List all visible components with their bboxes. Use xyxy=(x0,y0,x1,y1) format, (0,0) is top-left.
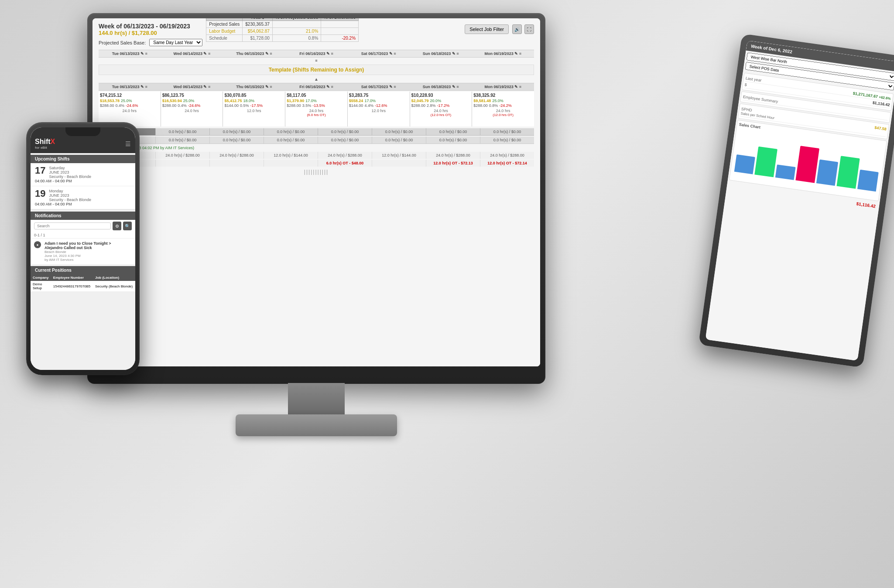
day0-budget: $288.00 0.4% -24.6% xyxy=(100,103,159,108)
pos-empnum: 15492448631797070B5 xyxy=(51,281,93,292)
positions-row-0: DemoSetup 15492448631797070B5 Security (… xyxy=(31,281,135,292)
notifications-section: Notifications ⚙ 🔍 0-1 / 1 ● Adam I need … xyxy=(31,212,135,264)
monitor-screen: Week of 06/13/2023 - 06/19/2023 144.0 hr… xyxy=(92,18,540,366)
tablet-emp-label: Employee Summary xyxy=(743,95,778,104)
notif-item-0: ● Adam I need you to Close Tonight > Ale… xyxy=(31,238,135,264)
projected-sales-row: Projected Sales Base: Same Day Last Year… xyxy=(99,39,534,46)
ot-cell-5: 12.0 hr(s) OT - $72.13 xyxy=(426,160,480,167)
fullscreen-icon[interactable]: ⛶ xyxy=(524,24,534,34)
hours-budget: 144.0 hr(s) / $1,728.00 xyxy=(99,30,190,36)
ot-row: 6.0 hr(s) OT - $48.00 12.0 hr(s) OT - $7… xyxy=(99,160,534,167)
shift0-month: JUNE 2023 xyxy=(35,170,131,174)
labor-pct: 21.0% xyxy=(272,28,321,35)
totals-cell-2: 12.0 hr(s) / $144.00 xyxy=(264,152,318,159)
template-banner: Template (Shifts Remaining to Assign) xyxy=(99,65,534,75)
day5-budget: $288.00 2.8% -17.2% xyxy=(411,103,471,108)
phone-wrapper: ShiftX for eBit ☰ Upcoming Shifts 17 Sat… xyxy=(26,122,140,375)
pos-header-job: Job (Location) xyxy=(93,274,135,281)
days-subheader: Tue 06/13/2023 ✎ ≡ Wed 06/14/2023 ✎ ≡ Th… xyxy=(99,83,534,91)
bar-6 xyxy=(857,170,878,192)
day6-sales: $38,325.92 xyxy=(473,93,533,98)
monitor-stand-neck xyxy=(288,383,345,418)
shift1-info: Monday JUNE 2023 Security - Beach Blonde… xyxy=(35,189,131,206)
notif-location: Beach Blonde xyxy=(45,250,111,254)
notif-details: Adam I need you to Close Tonight > Aleja… xyxy=(45,241,111,262)
day2-labor: $5,412.75 18.0% xyxy=(224,99,284,103)
group-cell-0-5: 0.0 hr(s) / $0.00 xyxy=(426,128,480,135)
schedule-grid: $74,215.12 $18,553.78 25.0% $288.00 0.4%… xyxy=(99,92,534,126)
totals-cell-3: 24.0 hr(s) / $288.00 xyxy=(318,152,372,159)
hamburger-icon[interactable]: ☰ xyxy=(125,140,131,147)
day-sub-5: Sun 06/18/2023 ✎ ≡ xyxy=(410,85,472,89)
published-note: (Published on 06/14/23 04:02 PM by AIM I… xyxy=(99,145,534,151)
group-cell-0-6: 0.0 hr(s) / $0.00 xyxy=(480,128,534,135)
monitor-wrapper: Week of 06/13/2023 - 06/19/2023 144.0 hr… xyxy=(87,13,545,441)
screen-icons: 🔊 ⛶ xyxy=(512,24,534,34)
day-header-4: Sat 06/17/2023 ✎ ≡ xyxy=(347,51,410,56)
shift1-day: Monday xyxy=(35,189,131,193)
shift1-time: 04:00 AM - 04:00 PM xyxy=(35,202,131,206)
bar-2 xyxy=(775,164,796,180)
schedule-pct: 0.8% xyxy=(272,35,321,42)
pos-company: DemoSetup xyxy=(31,281,51,292)
notif-item-content: ● Adam I need you to Close Tonight > Ale… xyxy=(34,241,132,262)
day3-hrs: 24.0 hrs xyxy=(287,109,346,113)
speaker-icon[interactable]: 🔊 xyxy=(512,24,522,34)
pos-header-empnum: Employee Number xyxy=(51,274,93,281)
positions-section: Current Positions Company Employee Numbe… xyxy=(31,266,135,292)
positions-title: Current Positions xyxy=(31,266,135,274)
proj-sales-pct xyxy=(272,21,321,28)
day3-labor: $1,379.90 17.0% xyxy=(287,99,346,103)
mini-bar-chart xyxy=(733,128,884,192)
budget-row-schedule: Schedule $1,728.00 0.8% -20.2% xyxy=(206,35,359,42)
projected-sales-label: Projected Sales Base: xyxy=(99,40,146,45)
day-cell-5: $10,228.93 $2,045.79 20.0% $288.00 2.8% … xyxy=(410,92,472,126)
day0-sales: $74,215.12 xyxy=(100,93,159,98)
day4-sales: $3,283.75 xyxy=(349,93,408,98)
day-sub-2: Thu 06/15/2023 ✎ ≡ xyxy=(223,85,285,89)
bar-5 xyxy=(837,156,860,188)
day1-hrs: 24.0 hrs xyxy=(162,109,222,113)
notifications-search-input[interactable] xyxy=(34,222,111,229)
phone-screen: ShiftX for eBit ☰ Upcoming Shifts 17 Sat… xyxy=(31,127,135,370)
projected-sales-dropdown[interactable]: Same Day Last Year xyxy=(149,39,202,46)
day-sub-3: Fri 06/16/2023 ✎ ≡ xyxy=(285,85,348,89)
day3-sales: $8,117.05 xyxy=(287,93,346,98)
budget-table: Total $ % of Projected Sales % of Differ… xyxy=(206,18,359,42)
phone-notch xyxy=(65,127,100,136)
week-label: Week of 06/13/2023 - 06/19/2023 xyxy=(99,23,190,30)
day3-ot: (6.0 hrs OT) xyxy=(287,113,346,117)
group-row-0: 'roup' 0.0 hr(s) / $0.00 0.0 hr(s) / $0.… xyxy=(99,128,534,136)
collapse-arrow[interactable]: ▲ xyxy=(99,77,534,82)
positions-table: Company Employee Number Job (Location) D… xyxy=(31,274,135,292)
day4-hrs: 12.0 hrs xyxy=(349,109,408,113)
day-cell-2: $30,070.85 $5,412.75 18.0% $144.00 0.5% … xyxy=(223,92,285,126)
notif-date: June 14, 2023 4:30 PM xyxy=(45,254,111,258)
day6-ot: (12.0 hrs OT) xyxy=(473,113,533,117)
schedule-diff: -20.2% xyxy=(321,35,359,42)
bar-0 xyxy=(734,154,756,174)
week-info: Week of 06/13/2023 - 06/19/2023 144.0 hr… xyxy=(99,23,190,36)
ot-cell-2 xyxy=(264,160,318,167)
screen-content: Week of 06/13/2023 - 06/19/2023 144.0 hr… xyxy=(92,18,540,366)
day-cell-1: $86,123.75 $16,530.94 25.0% $288.00 0.4%… xyxy=(161,92,223,126)
search-icon[interactable]: 🔍 xyxy=(123,222,132,230)
empty-row: 0.0 hr(s) / $0.00 0.0 hr(s) / $0.00 0.0 … xyxy=(99,137,534,144)
tablet-value2: $1,116.42 xyxy=(872,100,890,107)
tablet-sphd-value: $47.58 xyxy=(873,125,887,136)
labor-diff xyxy=(321,28,359,35)
phone-frame: ShiftX for eBit ☰ Upcoming Shifts 17 Sat… xyxy=(26,122,140,375)
day-header-6: Mon 06/19/2023 ✎ ≡ xyxy=(472,51,534,56)
notif-circle-icon: ● xyxy=(34,241,41,248)
day0-labor: $18,553.78 25.0% xyxy=(100,99,159,103)
day-cell-6: $38,325.92 $9,581.48 25.0% $288.00 0.8% … xyxy=(472,92,534,126)
bar-3 xyxy=(796,146,819,183)
empty-cell-4: 0.0 hr(s) / $0.00 xyxy=(372,137,426,144)
bar-1 xyxy=(755,147,778,177)
settings-icon[interactable]: ⚙ xyxy=(113,222,121,230)
day-sub-0: Tue 06/13/2023 ✎ ≡ xyxy=(99,85,161,89)
monitor-bezel: Week of 06/13/2023 - 06/19/2023 144.0 hr… xyxy=(92,18,540,366)
day1-sales: $86,123.75 xyxy=(162,93,222,98)
notif-by: by AIM IT Services xyxy=(45,258,111,262)
select-job-filter-button[interactable]: Select Job Filter xyxy=(465,24,509,34)
